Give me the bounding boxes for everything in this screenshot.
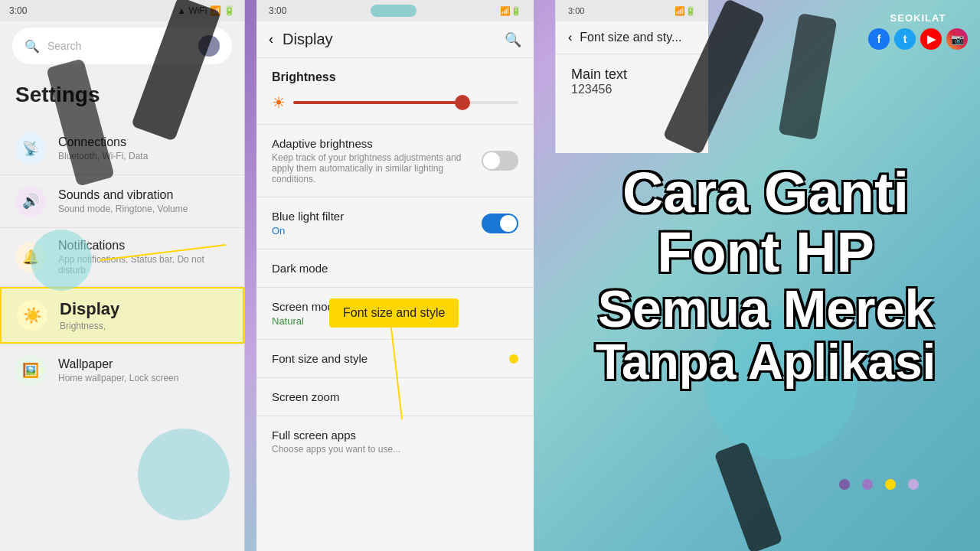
full-screen-apps-item[interactable]: Full screen apps Choose apps you want to…	[256, 416, 534, 467]
seokilat-label: SEOKILAT	[890, 12, 946, 24]
overlay-line1: Cara Ganti	[582, 163, 949, 223]
wallpaper-text: Wallpaper Home wallpaper, Lock screen	[58, 357, 229, 383]
screen-zoom-title: Screen zoom	[272, 390, 518, 403]
dark-mode-title: Dark mode	[272, 262, 328, 275]
social-icons: f t ▶ 📷	[868, 28, 968, 50]
brightness-fill	[293, 101, 462, 104]
screen-zoom-item[interactable]: Screen zoom	[256, 378, 534, 416]
connections-icon: 📡	[15, 133, 46, 164]
settings-item-sounds[interactable]: 🔊 Sounds and vibration Sound mode, Ringt…	[0, 175, 244, 227]
settings-title: Settings	[0, 70, 244, 116]
font-size-title: Font size and style	[272, 352, 368, 365]
blue-light-filter-item[interactable]: Blue light filter On	[256, 197, 534, 249]
overlay-line2: Font HP	[582, 223, 949, 282]
brightness-sun-icon: ☀	[272, 93, 286, 112]
dot-1	[839, 479, 850, 490]
wallpaper-icon: 🖼️	[15, 355, 46, 386]
back-icon[interactable]: ‹	[269, 31, 273, 47]
dot-4	[908, 479, 919, 490]
blue-light-row: Blue light filter On	[272, 210, 518, 236]
brightness-row: ☀	[272, 93, 518, 112]
font-size-item[interactable]: Font size and style	[256, 340, 534, 377]
middle-icons: 📶🔋	[500, 6, 521, 16]
facebook-icon[interactable]: f	[868, 28, 890, 50]
blue-light-text: Blue light filter On	[272, 210, 344, 236]
youtube-icon[interactable]: ▶	[920, 28, 942, 50]
full-screen-apps-title: Full screen apps	[272, 429, 518, 442]
left-time: 3:00	[9, 5, 27, 16]
blue-light-toggle-knob	[500, 215, 517, 232]
settings-item-wallpaper[interactable]: 🖼️ Wallpaper Home wallpaper, Lock screen	[0, 344, 244, 396]
settings-item-display[interactable]: ☀️ Display Brightness,	[0, 287, 244, 344]
brightness-thumb	[455, 95, 470, 110]
wallpaper-subtitle: Home wallpaper, Lock screen	[58, 373, 229, 383]
adaptive-subtitle: Keep track of your brightness adjustment…	[272, 152, 471, 184]
overlay-line4: Tanpa Aplikasi	[582, 337, 949, 388]
search-icon-middle[interactable]: 🔍	[505, 31, 521, 48]
font-size-callout: Font size and style	[329, 298, 459, 328]
adaptive-text: Adaptive brightness Keep track of your b…	[272, 137, 471, 184]
brightness-slider[interactable]	[293, 101, 518, 104]
sounds-text: Sounds and vibration Sound mode, Rington…	[58, 188, 229, 214]
adaptive-toggle-knob	[483, 152, 500, 169]
adaptive-brightness-item[interactable]: Adaptive brightness Keep track of your b…	[256, 125, 534, 197]
deco-circle-2	[138, 429, 230, 520]
search-input-left: Search	[47, 40, 81, 52]
middle-status-bar: 3:00 📶🔋	[256, 0, 534, 21]
blue-light-status: On	[272, 225, 344, 236]
blue-light-title: Blue light filter	[272, 210, 344, 223]
seokilat-brand: SEOKILAT f t ▶ 📷	[868, 12, 968, 50]
sounds-icon: 🔊	[15, 186, 46, 217]
overlay-text: Cara Ganti Font HP Semua Merek Tanpa Apl…	[551, 0, 980, 551]
full-screen-apps-subtitle: Choose apps you want to use...	[272, 444, 471, 455]
dots-row	[839, 479, 919, 490]
dot-3	[885, 479, 896, 490]
dark-mode-item[interactable]: Dark mode	[256, 249, 534, 287]
brightness-section: Brightness ☀	[256, 58, 534, 124]
display-subtitle: Brightness,	[60, 321, 227, 331]
notch	[371, 5, 416, 17]
dot-2	[862, 479, 873, 490]
middle-phone: 3:00 📶🔋 ‹ Display 🔍 Brightness ☀ Adaptiv…	[256, 0, 534, 551]
middle-header: ‹ Display 🔍	[256, 21, 534, 57]
adaptive-row: Adaptive brightness Keep track of your b…	[272, 137, 518, 184]
display-icon: ☀️	[17, 300, 47, 331]
overlay-line3: Semua Merek	[582, 282, 949, 336]
wallpaper-title: Wallpaper	[58, 357, 229, 371]
brightness-title: Brightness	[272, 70, 518, 84]
middle-time: 3:00	[269, 5, 286, 16]
twitter-icon[interactable]: t	[894, 28, 916, 50]
font-size-callout-text: Font size and style	[343, 306, 445, 319]
deco-circle-3	[31, 230, 92, 291]
settings-item-connections[interactable]: 📡 Connections Bluetooth, Wi-Fi, Data	[0, 122, 244, 174]
adaptive-toggle[interactable]	[482, 151, 518, 171]
search-icon: 🔍	[24, 39, 40, 54]
sounds-title: Sounds and vibration	[58, 188, 229, 202]
blue-light-toggle[interactable]	[482, 214, 518, 233]
display-text: Display Brightness,	[60, 299, 227, 331]
dark-mode-row: Dark mode	[272, 262, 518, 275]
font-size-row: Font size and style	[272, 352, 518, 365]
display-title: Display	[60, 299, 227, 319]
adaptive-title: Adaptive brightness	[272, 137, 471, 150]
middle-header-title: Display	[283, 31, 495, 48]
font-size-dot	[509, 354, 518, 364]
instagram-icon[interactable]: 📷	[946, 28, 968, 50]
sounds-subtitle: Sound mode, Ringtone, Volume	[58, 204, 229, 214]
